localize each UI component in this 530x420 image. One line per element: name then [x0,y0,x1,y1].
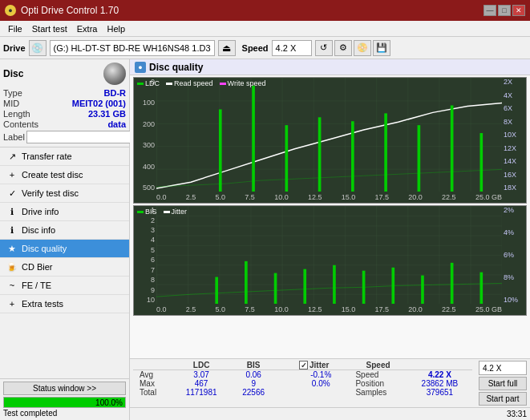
disc-icon [103,63,126,85]
time-display: 33:31 [130,407,530,420]
sidebar-item-verify-test-disc[interactable]: ✓ Verify test disc [0,184,129,203]
avg-spacer [277,370,293,380]
menu-start-test[interactable]: Start test [27,23,72,34]
samples-label-cell: Samples [349,388,407,397]
disc-info-icon: ℹ [6,224,18,236]
disc-quality-icon: ★ [6,243,18,254]
total-label: Total [133,388,172,397]
disc-quality-icon: ● [135,62,146,73]
settings-button[interactable]: ⚙ [334,40,352,56]
svg-rect-6 [384,113,387,192]
speed-label: Speed [242,43,269,53]
main-layout: Disc Type BD-R MID MEIT02 (001) Length 2… [0,59,530,420]
col-header-ldc: LDC [172,361,230,370]
transfer-rate-icon: ↗ [6,151,18,162]
svg-rect-8 [451,106,454,192]
col-header-speed-val [407,361,472,370]
menu-extra[interactable]: Extra [72,23,103,34]
close-button[interactable]: ✕ [512,5,525,16]
fe-te-icon: ~ [6,280,18,291]
avg-label: Avg [133,370,172,380]
status-window-button[interactable]: Status window >> [3,382,126,395]
sidebar-item-extra-tests[interactable]: + Extra tests [0,295,129,313]
minimize-button[interactable]: — [483,5,496,16]
sidebar-item-label: Drive info [22,207,59,216]
svg-rect-11 [215,277,218,304]
speed-label-cell: Speed [349,370,407,380]
sidebar-item-cd-bier[interactable]: 🍺 CD Bier [0,258,129,277]
disc-read-button[interactable]: 📀 [354,40,371,56]
svg-rect-12 [245,261,248,304]
disc-mid-row: MID MEIT02 (001) [3,99,126,108]
menu-help[interactable]: Help [102,23,130,34]
svg-rect-13 [274,273,277,304]
disc-section: Disc Type BD-R MID MEIT02 (001) Length 2… [0,59,129,147]
sidebar-item-label: Transfer rate [22,151,72,161]
status-bar: Status window >> 100.0% Test completed [0,378,129,420]
upper-chart: LDC Read speed Write speed 500 400 30 [133,77,527,204]
disc-type-label: Type [3,88,22,98]
stats-row-avg: Avg 3.07 0.06 -0.1% Speed 4.22 X [133,370,472,380]
svg-rect-20 [479,273,483,304]
legend-bis-label: BIS [145,208,157,216]
sidebar-item-create-test-disc[interactable]: + Create test disc [0,166,129,184]
nav-items: ↗ Transfer rate + Create test disc ✓ Ver… [0,147,129,378]
disc-label-input[interactable] [26,131,133,143]
svg-rect-10 [156,206,502,304]
max-spacer [277,379,293,388]
sidebar-item-disc-quality[interactable]: ★ Disc quality [0,240,129,258]
col-header-jitter: ✓ Jitter [293,361,349,370]
col-header-speed: Speed [349,361,407,370]
disc-length-label: Length [3,109,30,119]
upper-chart-y-right: 18X 16X 14X 12X 10X 8X 6X 4X 2X [502,78,526,192]
eject-button[interactable]: ⏏ [218,40,236,56]
start-full-button[interactable]: Start full [479,377,527,390]
sidebar-item-label: CD Bier [22,262,53,272]
sidebar-item-disc-info[interactable]: ℹ Disc info [0,221,129,240]
menu-file[interactable]: File [3,23,27,34]
svg-rect-15 [333,265,336,304]
disc-contents-row: Contents data [3,119,126,129]
max-ldc: 467 [172,379,230,388]
lower-chart-x-axis: 0.02.55.07.510.012.515.017.520.022.525.0… [156,304,502,315]
stats-row-total: Total 1171981 22566 Samples 379651 [133,388,472,397]
title-bar: ● Opti Drive Control 1.70 — □ ✕ [0,0,530,21]
sidebar: Disc Type BD-R MID MEIT02 (001) Length 2… [0,59,130,420]
svg-rect-3 [285,125,288,192]
svg-rect-9 [479,133,483,192]
total-spacer [277,388,293,397]
start-part-button[interactable]: Start part [479,392,527,406]
speed-select-dropdown[interactable]: 4.2 X [479,361,527,375]
jitter-checkbox[interactable]: ✓ [299,361,308,370]
avg-jitter: -0.1% [293,370,349,380]
drive-info-icon: ℹ [6,206,18,217]
refresh-button[interactable]: ↺ [315,40,333,56]
elapsed-time: 33:31 [507,410,527,418]
legend-bis: BIS [137,208,157,216]
sidebar-item-drive-info[interactable]: ℹ Drive info [0,203,129,221]
disc-type-value: BD-R [104,88,127,98]
lower-chart: BIS Jitter 10987654321 10%8%6%4%2% [133,205,527,316]
content-area: ● Disc quality LDC Read speed [130,59,530,420]
lower-chart-y-right: 10%8%6%4%2% [502,206,526,304]
legend-write-speed: Write speed [220,79,266,87]
extra-tests-icon: + [6,298,18,309]
upper-chart-x-axis: 0.02.55.07.510.012.515.017.520.022.525.0… [156,192,502,203]
svg-rect-14 [303,269,306,304]
legend-jitter-label: Jitter [172,208,188,216]
speed-dropdown[interactable]: 4.2 X [272,40,312,56]
disc-label-label: Label [3,132,25,142]
lower-chart-legend: BIS Jitter [137,208,187,216]
jitter-label: Jitter [310,361,329,370]
drive-dropdown[interactable]: (G:) HL-DT-ST BD-RE WH16NS48 1.D3 [50,40,215,56]
sidebar-item-label: Create test disc [22,170,83,180]
save-button[interactable]: 💾 [373,40,390,56]
max-jitter: 0.0% [293,379,349,388]
legend-read-speed-label: Read speed [174,79,213,87]
stats-area: LDC BIS ✓ Jitter Speed [130,358,530,407]
sidebar-item-transfer-rate[interactable]: ↗ Transfer rate [0,147,129,166]
legend-write-speed-label: Write speed [228,79,266,87]
sidebar-item-fe-te[interactable]: ~ FE / TE [0,277,129,295]
maximize-button[interactable]: □ [498,5,511,16]
max-label: Max [133,379,172,388]
